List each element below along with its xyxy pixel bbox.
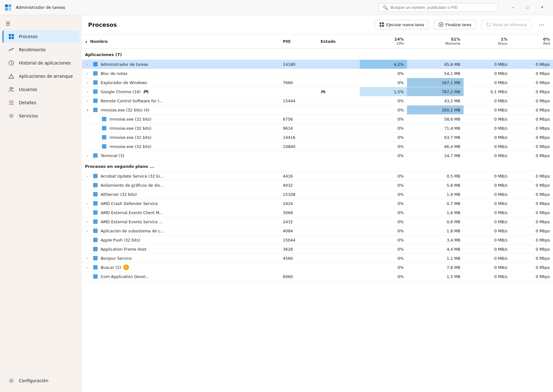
chrome-badge-icon: 🎮: [143, 89, 149, 94]
mem-cell: 7,8 MB: [407, 263, 464, 272]
more-options-button[interactable]: ⋯: [537, 20, 547, 30]
child-disk-cell: 0 MB/s: [464, 133, 511, 142]
svg-point-12: [10, 88, 12, 89]
search-icon: 🔍: [383, 5, 388, 10]
svg-rect-38: [93, 183, 98, 187]
process-icon: [93, 210, 98, 215]
col-header-name[interactable]: ∧ Nombre: [82, 34, 280, 48]
finalizar-tarea-button[interactable]: Finalizar tarea: [434, 20, 476, 29]
pid-cell: 7660: [280, 78, 318, 87]
svg-rect-42: [93, 219, 98, 224]
net-cell: 0 Mbps: [511, 60, 553, 69]
svg-rect-45: [93, 247, 98, 251]
sidebar-item-arranque[interactable]: Aplicaciones de arranque: [3, 70, 79, 82]
search-input[interactable]: [391, 5, 494, 10]
table-row[interactable]: › Administrador de tareas 14180 4,2% 65,…: [82, 60, 553, 69]
table-row-child[interactable]: rmnoise.exe (32 bits) 10840 0% 66,4 MB 0…: [82, 142, 553, 151]
table-row[interactable]: › Terminal (3) 0% 24,7 MB 0 MB/s 0 Mbps: [82, 151, 553, 160]
child-cpu-cell: 0%: [360, 115, 407, 124]
table-row[interactable]: › Remote Control Software for I... 15444…: [82, 96, 553, 105]
process-name-label: Bloc de notas: [101, 71, 127, 76]
table-row[interactable]: › Buscar (2) ! 0% 7,8 MB 0 MB/s 0 Mbps: [82, 263, 553, 272]
table-row-child[interactable]: rmnoise.exe (32 bits) 6756 0% 58,6 MB 0 …: [82, 115, 553, 124]
expand-button[interactable]: ›: [85, 265, 90, 270]
table-row[interactable]: › AMD Crash Defender Service 2424 0% 0,7…: [82, 199, 553, 208]
table-row[interactable]: › Explorador de Windows 7660 0% 167,1 MB…: [82, 78, 553, 87]
expand-button[interactable]: ›: [85, 71, 90, 76]
status-icon: !: [123, 264, 129, 270]
process-table-container[interactable]: ∧ Nombre PID Estado 14% CPU 51% Memoria: [82, 34, 553, 392]
svg-rect-40: [93, 201, 98, 206]
mem-cell: 1,9 MB: [407, 190, 464, 199]
window-title: Administrador de tareas: [16, 5, 65, 10]
table-row-child[interactable]: rmnoise.exe (32 bits) 14416 0% 63,7 MB 0…: [82, 133, 553, 142]
pid-cell: 15044: [280, 236, 318, 245]
process-name-label: Administrador de tareas: [101, 62, 148, 67]
child-pid-cell: 9624: [280, 124, 318, 133]
process-name-label: Terminal (3): [101, 153, 124, 158]
net-cell: 0 Mbps: [511, 236, 553, 245]
table-row[interactable]: › Bloc de notas 0% 54,1 MB 0 MB/s 0 Mbps: [82, 69, 553, 78]
table-row[interactable]: Aislamiento de gráficos de dis... 4032 0…: [82, 181, 553, 190]
sidebar-item-historial[interactable]: Historial de aplicaciones: [3, 57, 79, 69]
net-cell: 0 Mbps: [511, 190, 553, 199]
expand-button[interactable]: ›: [85, 153, 90, 158]
table-row[interactable]: › Acrobat Update Service (32 bi... 4416 …: [82, 172, 553, 181]
eficiencia-button[interactable]: Modo de eficiencia: [481, 20, 532, 29]
table-row[interactable]: › Google Chrome (16) 🎮 🎮 1,5% 787,2 MB 0…: [82, 87, 553, 96]
table-row[interactable]: › AMD External Events Service ... 2432 0…: [82, 217, 553, 226]
sidebar-item-procesos[interactable]: Procesos: [3, 30, 79, 43]
minimize-button[interactable]: ─: [506, 3, 520, 13]
table-row[interactable]: Application Frame Host 3628 0% 4,4 MB 0 …: [82, 245, 553, 254]
disk-cell: 0 MB/s: [464, 272, 511, 281]
table-row[interactable]: › Aplicación de subsistema de c... 4084 …: [82, 226, 553, 236]
svg-rect-48: [93, 274, 98, 279]
mem-cell: 0,7 MB: [407, 199, 464, 208]
search-box[interactable]: 🔍: [379, 3, 498, 12]
process-icon: [93, 89, 98, 94]
table-row[interactable]: AMD External Events Client M... 3068 0% …: [82, 208, 553, 217]
sidebar-item-servicios[interactable]: Servicios: [3, 110, 79, 122]
expand-button[interactable]: ›: [85, 89, 90, 94]
process-name-label: AMD Crash Defender Service: [101, 201, 158, 206]
mem-cell: 24,7 MB: [407, 151, 464, 160]
expand-button[interactable]: ∨: [85, 107, 90, 112]
net-cell: 0 Mbps: [511, 96, 553, 105]
child-cpu-cell: 0%: [360, 124, 407, 133]
mem-cell: 167,1 MB: [407, 78, 464, 87]
child-cpu-cell: 0%: [360, 133, 407, 142]
net-cell: 0 Mbps: [511, 105, 553, 115]
sidebar-item-rendimiento[interactable]: Rendimiento: [3, 43, 79, 56]
sidebar-item-usuarios[interactable]: Usuarios: [3, 83, 79, 96]
cpu-cell: 0%: [360, 151, 407, 160]
pid-cell: [280, 263, 318, 272]
table-row[interactable]: Apple Push (32 bits) 15044 0% 3,4 MB 0 M…: [82, 236, 553, 245]
expand-button[interactable]: ›: [85, 173, 90, 179]
child-process-icon: [101, 125, 107, 131]
expand-button[interactable]: ›: [85, 256, 90, 261]
svg-rect-47: [93, 265, 98, 270]
expand-button[interactable]: ›: [85, 219, 90, 224]
expand-button[interactable]: ›: [85, 228, 90, 233]
expand-button[interactable]: ›: [85, 201, 90, 206]
table-row[interactable]: AltServer (32 bits) 15108 0% 1,9 MB 0 MB…: [82, 190, 553, 199]
sidebar-item-config[interactable]: Configuración: [3, 374, 79, 387]
svg-rect-26: [93, 62, 98, 66]
svg-point-11: [11, 77, 12, 78]
app-icon: [4, 3, 13, 12]
maximize-button[interactable]: □: [520, 3, 535, 13]
expand-button[interactable]: ›: [85, 98, 90, 103]
expand-button[interactable]: ›: [85, 80, 90, 85]
close-button[interactable]: ✕: [535, 3, 549, 13]
table-row[interactable]: ∨ rmnoise.exe (32 bits) (4) 0% 260,1 MB …: [82, 105, 553, 115]
nueva-tarea-button[interactable]: Ejecutar nueva tarea: [375, 20, 429, 29]
table-row[interactable]: Com Application Devel... 6060 0% 1,5 MB …: [82, 272, 553, 281]
sidebar-item-detalles[interactable]: Detalles: [3, 96, 79, 109]
expand-button[interactable]: ›: [85, 62, 90, 67]
pid-cell: 3628: [280, 245, 318, 254]
hamburger-button[interactable]: ☰: [0, 18, 82, 30]
cpu-cell: 0%: [360, 78, 407, 87]
table-row-child[interactable]: rmnoise.exe (32 bits) 9624 0% 71,4 MB 0 …: [82, 124, 553, 133]
net-cell: 0 Mbps: [511, 226, 553, 236]
table-row[interactable]: › Bonjour Service 4560 0% 1,1 MB 0 MB/s …: [82, 254, 553, 263]
